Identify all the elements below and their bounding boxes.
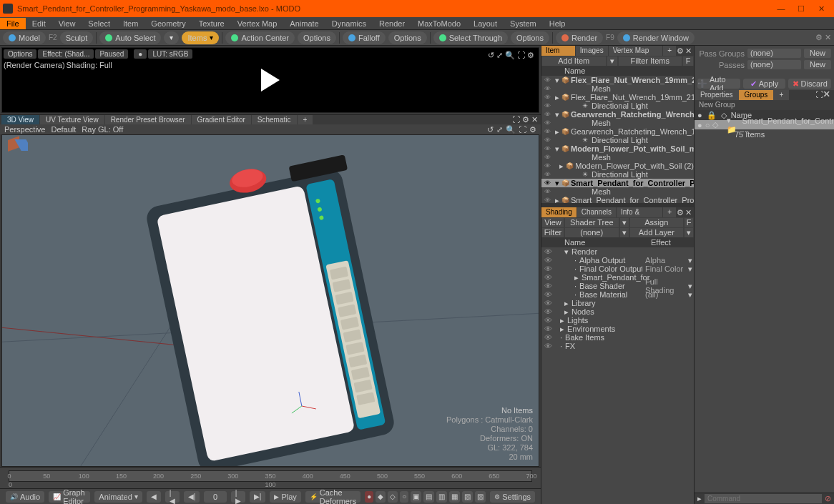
- preview-paused[interactable]: Paused: [95, 49, 128, 59]
- animated-dropdown[interactable]: Animated ▾: [94, 491, 142, 503]
- play-button[interactable]: ▶Play: [270, 491, 300, 503]
- prev-frame-button[interactable]: |◀: [165, 491, 180, 503]
- tab-uv[interactable]: UV Texture View: [40, 115, 104, 125]
- tab-add[interactable]: +: [663, 46, 676, 56]
- shader-item[interactable]: 👁·Final Color OutputFinal Color▾: [541, 265, 694, 273]
- shader-item[interactable]: 👁·Alpha OutputAlpha▾: [541, 256, 694, 265]
- tree-item[interactable]: 👁☀Directional Light: [541, 102, 694, 110]
- tree-item[interactable]: 👁Mesh: [541, 84, 694, 93]
- additem-button[interactable]: Add Item: [542, 56, 606, 66]
- menu-maxtomodo[interactable]: MaxToModo: [411, 18, 467, 29]
- prev-key-button[interactable]: ◀|: [184, 491, 200, 503]
- play-icon[interactable]: [261, 69, 280, 92]
- menu-select[interactable]: Select: [82, 18, 117, 29]
- tab-groups[interactable]: Groups: [739, 90, 774, 100]
- sculpt-button[interactable]: Sculpt: [60, 31, 94, 44]
- tree-item[interactable]: 👁▸📦Flex_Flare_Nut_Wrench_19mm_21mm: [541, 93, 694, 102]
- select-dropdown[interactable]: ▾: [164, 31, 179, 44]
- actioncenter-button[interactable]: Action Center: [225, 31, 295, 44]
- renderwindow-button[interactable]: Render Window: [617, 31, 695, 44]
- tree-item[interactable]: 👁▾📦Smart_Pendant_for_Controller_Pro ...: [541, 179, 694, 187]
- autoadd-button[interactable]: ➕Auto Add: [697, 79, 740, 89]
- preview-lut[interactable]: LUT: sRGB: [148, 49, 192, 59]
- tab-gradient[interactable]: Gradient Editor: [192, 115, 251, 125]
- tree-item[interactable]: 👁▸📦Modern_Flower_Pot_with_Soil (2): [541, 162, 694, 170]
- view-default[interactable]: Default: [51, 125, 76, 134]
- timeline-track[interactable]: 0501001502002503003504004505005506006507…: [9, 470, 532, 482]
- audio-button[interactable]: 🔊Audio: [6, 491, 44, 503]
- autoselect-button[interactable]: Auto Select: [99, 31, 161, 44]
- preview-options[interactable]: Options: [4, 49, 36, 59]
- menu-file[interactable]: File: [0, 18, 26, 29]
- tree-item[interactable]: 👁▾📦Gearwrench_Ratcheting_Wrench_13mm_1..…: [541, 110, 694, 119]
- tab-images[interactable]: Images: [576, 46, 608, 56]
- view-raygl[interactable]: Ray GL: Off: [82, 125, 123, 134]
- menu-animate[interactable]: Animate: [283, 18, 325, 29]
- falloff-button[interactable]: Falloff: [343, 31, 386, 44]
- settings-button[interactable]: ⚙Settings: [490, 491, 535, 503]
- group-row[interactable]: ●○◇▾ 📁Smart_Pendant_for_Contr ...: [695, 120, 834, 129]
- grapheditor-button[interactable]: 📈Graph Editor: [49, 491, 90, 503]
- timeline[interactable]: 0501001502002503003504004505005506006507…: [0, 467, 541, 488]
- filteritems-input[interactable]: Filter Items: [619, 56, 682, 66]
- assignmaterial-button[interactable]: Assign Material: [630, 218, 684, 227]
- tree-item[interactable]: 👁▸📦Gearwrench_Ratcheting_Wrench_13mm ...: [541, 127, 694, 136]
- menu-texture[interactable]: Texture: [192, 18, 231, 29]
- menu-layout[interactable]: Layout: [467, 18, 504, 29]
- tab-info[interactable]: Info & Statistics: [617, 207, 662, 217]
- options-button-2[interactable]: Options: [388, 31, 427, 44]
- tab-properties[interactable]: Properties: [695, 90, 739, 100]
- apply-button[interactable]: ✔Apply: [743, 79, 786, 89]
- shadertree-dropdown[interactable]: Shader Tree: [565, 218, 619, 227]
- shader-tree[interactable]: 👁▾Render👁·Alpha OutputAlpha▾👁·Final Colo…: [541, 247, 694, 504]
- preview-camera[interactable]: (Render Camera): [4, 61, 65, 69]
- new-pass-button[interactable]: New: [804, 60, 831, 69]
- menu-item[interactable]: Item: [117, 18, 144, 29]
- new-passgroup-button[interactable]: New: [804, 49, 831, 58]
- preview-shading[interactable]: Shading: Full: [67, 61, 112, 69]
- menu-dynamics[interactable]: Dynamics: [325, 18, 373, 29]
- newgroup-button[interactable]: New Group: [695, 100, 834, 110]
- tab-channels[interactable]: Channels: [577, 207, 616, 217]
- menu-vertexmap[interactable]: Vertex Map: [231, 18, 284, 29]
- tree-item[interactable]: 👁▾📦Modern_Flower_Pot_with_Soil_modo_base…: [541, 144, 694, 153]
- tab-shading[interactable]: Shading: [541, 207, 577, 217]
- options-button-3[interactable]: Options: [511, 31, 549, 44]
- tab-3dview[interactable]: 3D View: [1, 115, 39, 125]
- shader-item[interactable]: 👁·Base ShaderFull Shading▾: [541, 282, 694, 290]
- view-perspective[interactable]: Perspective: [4, 125, 45, 134]
- items-button[interactable]: Items ▾: [182, 31, 219, 44]
- frame-field[interactable]: 0: [204, 491, 226, 503]
- toolbar-icon[interactable]: ⚙ ✕: [815, 33, 831, 42]
- group-subrow[interactable]: 75 Items: [695, 129, 834, 139]
- shader-item[interactable]: 👁▸Environments: [541, 325, 694, 333]
- tree-item[interactable]: 👁Mesh: [541, 153, 694, 162]
- search-icon[interactable]: F: [683, 56, 693, 66]
- tree-item[interactable]: 👁☀Directional Light: [541, 136, 694, 144]
- menu-edit[interactable]: Edit: [26, 18, 52, 29]
- menu-geometry[interactable]: Geometry: [144, 18, 192, 29]
- cache-button[interactable]: ⚡Cache Deformers: [305, 491, 360, 503]
- preview-effect[interactable]: Effect: (Shad...: [38, 49, 94, 59]
- tree-item[interactable]: 👁▾📦Flex_Flare_Nut_Wrench_19mm_21mm_mo ..…: [541, 76, 694, 84]
- tab-presets[interactable]: Render Preset Browser: [105, 115, 191, 125]
- shader-item[interactable]: 👁▸Nodes: [541, 307, 694, 316]
- close-button[interactable]: ✕: [811, 1, 831, 16]
- preview-tool-icon[interactable]: ↺: [488, 51, 494, 60]
- next-key-button[interactable]: |▶: [231, 491, 245, 503]
- tree-item[interactable]: 👁Mesh: [541, 187, 694, 196]
- step-back-button[interactable]: ◀: [147, 491, 161, 503]
- tab-itemlist[interactable]: Item List: [541, 46, 575, 56]
- menu-system[interactable]: System: [504, 18, 543, 29]
- shader-item[interactable]: 👁▾Render: [541, 247, 694, 256]
- model-button[interactable]: Model: [3, 31, 46, 44]
- shader-item[interactable]: 👁·FX: [541, 342, 694, 350]
- maximize-button[interactable]: ☐: [791, 1, 811, 16]
- options-button-1[interactable]: Options: [298, 31, 336, 44]
- next-frame-button[interactable]: ▶|: [250, 491, 266, 503]
- 3d-viewport[interactable]: No Items Polygons : Catmull-Clark Channe…: [1, 134, 539, 467]
- render-preview[interactable]: Options Effect: (Shad... Paused ● LUT: s…: [1, 47, 539, 113]
- shader-item[interactable]: 👁▸Lights: [541, 316, 694, 325]
- passes-dropdown[interactable]: (none): [747, 60, 801, 69]
- key-tool-icon[interactable]: ●: [365, 491, 373, 503]
